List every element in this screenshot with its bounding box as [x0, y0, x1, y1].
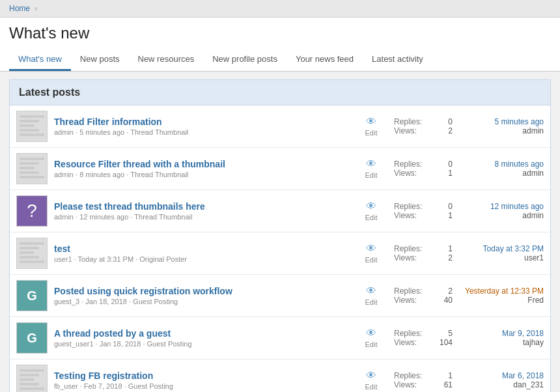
post-title[interactable]: Testing FB registration — [54, 371, 348, 381]
post-meta: fb_user · Feb 7, 2018 · Guest Posting — [54, 382, 348, 390]
tab-new-profile-posts[interactable]: New profile posts — [203, 49, 287, 71]
post-meta: admin · 12 minutes ago · Thread Thumbnai… — [54, 213, 348, 221]
post-time: 5 minutes ago admin — [459, 117, 544, 135]
table-row: Testing FB registration fb_user · Feb 7,… — [10, 359, 550, 392]
tab-new-posts[interactable]: New posts — [71, 49, 129, 71]
eye-icon[interactable]: 👁 — [366, 158, 376, 170]
post-author[interactable]: Fred — [459, 296, 544, 305]
replies-label: Replies: — [394, 117, 422, 126]
post-stats: Replies: 0 Views: 1 — [394, 202, 453, 220]
eye-icon[interactable]: 👁 — [366, 243, 376, 255]
eye-icon[interactable]: 👁 — [366, 116, 376, 128]
post-timestamp: 5 minutes ago — [459, 117, 544, 126]
tab-whats-new[interactable]: What's new — [9, 49, 71, 71]
post-stats: Replies: 5 Views: 104 — [394, 329, 453, 347]
post-info: test user1 · Today at 3:31 PM · Original… — [54, 244, 348, 263]
views-label: Views: — [394, 126, 417, 135]
post-info: Thread Filter information admin · 5 minu… — [54, 117, 348, 136]
table-row: test user1 · Today at 3:31 PM · Original… — [10, 232, 550, 275]
post-title[interactable]: test — [54, 244, 348, 254]
post-thumbnail: ? — [16, 195, 48, 227]
views-label: Views: — [394, 380, 417, 389]
post-thumbnail: G — [16, 280, 48, 311]
post-stats: Replies: 0 Views: 2 — [394, 117, 453, 135]
post-timestamp: 12 minutes ago — [459, 202, 544, 211]
post-actions: 👁 Edit — [355, 201, 387, 221]
post-actions: 👁 Edit — [355, 370, 387, 391]
post-stats: Replies: 0 Views: 1 — [394, 160, 453, 178]
edit-link[interactable]: Edit — [365, 298, 378, 306]
page-title: What's new — [9, 24, 551, 42]
views-value: 1 — [448, 169, 453, 178]
edit-link[interactable]: Edit — [365, 383, 378, 391]
replies-value: 0 — [448, 117, 453, 126]
tab-latest-activity[interactable]: Latest activity — [363, 49, 432, 71]
post-author[interactable]: dan_231 — [459, 380, 544, 389]
replies-value: 1 — [448, 244, 453, 253]
section-title: Latest posts — [9, 79, 551, 105]
post-timestamp: Today at 3:32 PM — [459, 244, 544, 253]
post-actions: 👁 Edit — [355, 243, 387, 264]
posts-table: Thread Filter information admin · 5 minu… — [9, 105, 551, 392]
post-thumbnail — [16, 238, 48, 269]
post-info: Posted using quick registration workflow… — [54, 286, 348, 305]
breadcrumb-separator: › — [35, 4, 37, 13]
post-stats: Replies: 2 Views: 40 — [394, 287, 453, 305]
replies-label: Replies: — [394, 287, 422, 296]
post-info: Resource Filter thread with a thumbnail … — [54, 159, 348, 178]
post-meta: admin · 5 minutes ago · Thread Thumbnail — [54, 128, 348, 136]
post-title[interactable]: Please test thread thumbnails here — [54, 201, 348, 212]
post-author[interactable]: admin — [459, 211, 544, 220]
post-info: Please test thread thumbnails here admin… — [54, 201, 348, 221]
table-row: ? Please test thread thumbnails here adm… — [10, 190, 550, 232]
views-label: Views: — [394, 211, 417, 220]
post-timestamp: Yesterday at 12:33 PM — [459, 287, 544, 296]
post-title[interactable]: A thread posted by a guest — [54, 328, 348, 339]
post-author[interactable]: tajhay — [459, 338, 544, 347]
edit-link[interactable]: Edit — [365, 341, 378, 348]
post-title[interactable]: Resource Filter thread with a thumbnail — [54, 159, 348, 169]
views-value: 104 — [440, 338, 453, 347]
post-time: Today at 3:32 PM user1 — [459, 244, 544, 262]
views-label: Views: — [394, 296, 417, 305]
edit-link[interactable]: Edit — [365, 129, 378, 137]
views-value: 2 — [448, 126, 453, 135]
views-value: 40 — [444, 296, 453, 305]
replies-label: Replies: — [394, 371, 422, 380]
post-stats: Replies: 1 Views: 2 — [394, 244, 453, 262]
tab-new-resources[interactable]: New resources — [129, 49, 204, 71]
post-author[interactable]: user1 — [459, 253, 544, 262]
eye-icon[interactable]: 👁 — [366, 328, 376, 339]
edit-link[interactable]: Edit — [365, 256, 378, 264]
post-thumbnail — [16, 111, 48, 142]
replies-value: 0 — [448, 160, 453, 169]
post-timestamp: Mar 6, 2018 — [459, 371, 544, 380]
post-timestamp: Mar 9, 2018 — [459, 329, 544, 338]
post-actions: 👁 Edit — [355, 328, 387, 348]
edit-link[interactable]: Edit — [365, 214, 378, 221]
table-row: Thread Filter information admin · 5 minu… — [10, 105, 550, 148]
post-title[interactable]: Posted using quick registration workflow — [54, 286, 348, 296]
post-time: Mar 6, 2018 dan_231 — [459, 371, 544, 389]
eye-icon[interactable]: 👁 — [366, 370, 376, 382]
edit-link[interactable]: Edit — [365, 171, 378, 179]
breadcrumb-home[interactable]: Home — [9, 4, 30, 13]
post-title[interactable]: Thread Filter information — [54, 117, 348, 127]
views-value: 2 — [448, 253, 453, 262]
replies-value: 2 — [448, 287, 453, 296]
post-thumbnail — [16, 153, 48, 184]
views-value: 1 — [448, 211, 453, 220]
post-actions: 👁 Edit — [355, 158, 387, 179]
eye-icon[interactable]: 👁 — [366, 285, 376, 297]
post-author[interactable]: admin — [459, 126, 544, 135]
tabs-nav: What's newNew postsNew resourcesNew prof… — [9, 49, 551, 71]
replies-value: 1 — [448, 371, 453, 380]
post-time: Mar 9, 2018 tajhay — [459, 329, 544, 347]
post-meta: admin · 8 minutes ago · Thread Thumbnail — [54, 171, 348, 178]
post-time: 8 minutes ago admin — [459, 160, 544, 178]
tab-your-news-feed[interactable]: Your news feed — [287, 49, 363, 71]
table-row: Resource Filter thread with a thumbnail … — [10, 148, 550, 190]
replies-value: 0 — [448, 202, 453, 211]
post-author[interactable]: admin — [459, 169, 544, 178]
eye-icon[interactable]: 👁 — [366, 201, 376, 212]
